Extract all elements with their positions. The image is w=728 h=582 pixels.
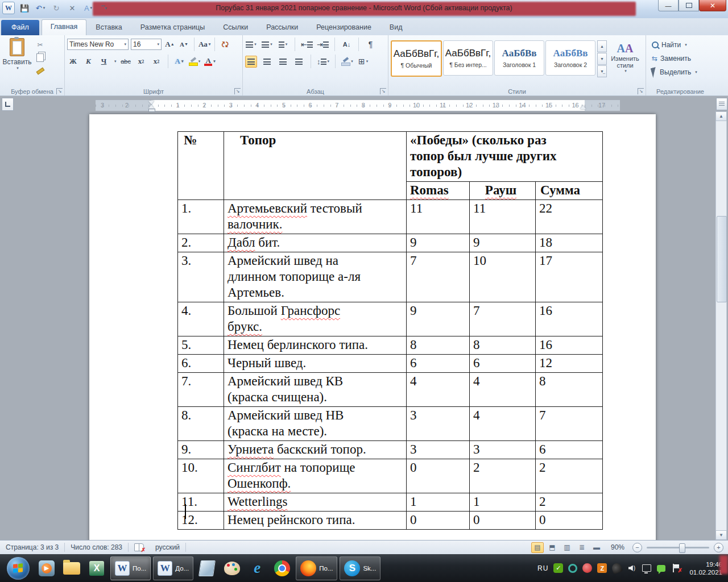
styles-scroll-up-icon[interactable]: ▲: [597, 40, 607, 52]
start-button[interactable]: [7, 557, 30, 580]
highlight-color-button[interactable]: ▾: [189, 56, 201, 68]
paragraph-dialog-launcher[interactable]: ↘: [380, 88, 386, 94]
italic-button[interactable]: К: [82, 56, 94, 68]
styles-more-icon[interactable]: ▼̲: [597, 65, 607, 77]
find-button[interactable]: Найти▾: [652, 39, 712, 51]
align-left-button[interactable]: [245, 56, 257, 68]
styles-dialog-launcher[interactable]: ↘: [638, 88, 644, 94]
style-item-2[interactable]: АаБбВвГг,¶ Без интер...: [443, 40, 493, 76]
change-case-button[interactable]: Аа▾: [198, 39, 210, 51]
show-marks-button[interactable]: ¶: [365, 39, 377, 51]
scroll-down-icon[interactable]: ▼: [715, 530, 727, 540]
media-player-icon[interactable]: [35, 557, 58, 580]
close-button[interactable]: ✕: [699, 0, 726, 11]
first-line-indent-marker[interactable]: [148, 101, 154, 105]
action-center-flag-icon[interactable]: ✗: [671, 563, 681, 573]
undo-icon[interactable]: ↶▾: [34, 2, 47, 14]
zoom-slider[interactable]: [647, 547, 709, 548]
font-dialog-launcher[interactable]: ↘: [234, 88, 241, 94]
scrollbar-track[interactable]: [715, 111, 727, 540]
font-color-button[interactable]: А▾: [204, 56, 216, 68]
x-tool-icon[interactable]: ✕: [66, 2, 78, 14]
z-app-tray-icon[interactable]: Z: [597, 563, 607, 573]
decrease-indent-button[interactable]: ⇤: [301, 39, 313, 51]
shading-button[interactable]: ▾: [341, 56, 353, 68]
internet-explorer-icon[interactable]: e: [246, 557, 268, 580]
grow-font-button[interactable]: А▲: [164, 39, 176, 51]
tab-ссылки[interactable]: Ссылки: [214, 20, 257, 35]
network-icon[interactable]: [642, 563, 651, 573]
multilevel-list-button[interactable]: ▾: [277, 39, 289, 51]
tab-разметка-страницы[interactable]: Разметка страницы: [131, 20, 214, 35]
cut-icon[interactable]: ✂: [34, 39, 46, 51]
scrollbar-thumb[interactable]: [717, 216, 727, 302]
tab-file[interactable]: Файл: [1, 20, 39, 35]
justify-button[interactable]: [293, 56, 305, 68]
align-center-button[interactable]: [261, 56, 273, 68]
proofing-status[interactable]: [129, 541, 150, 554]
word-task-button-2[interactable]: W До...: [153, 556, 193, 580]
copy-icon[interactable]: [34, 52, 46, 64]
line-spacing-button[interactable]: ↕▾: [317, 56, 329, 68]
style-item-1[interactable]: АаБбВвГг,¶ Обычный: [391, 40, 442, 77]
zoom-out-button[interactable]: −: [632, 543, 642, 552]
borders-button[interactable]: ⊞▾: [357, 56, 369, 68]
tab-рецензирование[interactable]: Рецензирование: [307, 20, 380, 35]
shrink-font-button[interactable]: А▼: [178, 39, 190, 51]
qat-customize-icon[interactable]: ▔▾: [98, 2, 110, 14]
updater-tray-icon[interactable]: [568, 564, 577, 573]
bold-button[interactable]: Ж: [67, 56, 79, 68]
skype-task-button[interactable]: S Sk...: [340, 556, 380, 580]
format-painter-icon[interactable]: [34, 65, 46, 77]
volume-icon[interactable]: ): [627, 563, 636, 573]
word-task-button-1[interactable]: W По...: [110, 556, 151, 580]
explorer-icon[interactable]: [60, 557, 83, 580]
tab-вид[interactable]: Вид: [380, 20, 412, 35]
ruler-toggle-button[interactable]: [716, 98, 727, 110]
align-right-button[interactable]: [277, 56, 289, 68]
zoom-level[interactable]: 90%: [611, 543, 624, 551]
font-tool-icon[interactable]: A▾: [82, 2, 94, 14]
satellite-tray-icon[interactable]: [611, 562, 623, 575]
sidebar-gadget-icon[interactable]: [196, 557, 218, 580]
excel-icon[interactable]: X: [85, 557, 108, 580]
document-page[interactable]: № Топор «Победы» (сколько раз топор был …: [89, 114, 656, 540]
replace-button[interactable]: ⇆Заменить: [652, 53, 712, 64]
bullet-list-button[interactable]: ▾: [245, 39, 257, 51]
antivirus-tray-icon[interactable]: ✓: [553, 563, 563, 573]
outline-view-button[interactable]: ≣: [576, 542, 588, 553]
style-item-4[interactable]: АаБбВвЗаголовок 2: [545, 40, 595, 76]
fullscreen-view-button[interactable]: ⬒: [546, 542, 559, 553]
strikethrough-button[interactable]: abc: [120, 56, 132, 68]
subscript-button[interactable]: х2: [135, 56, 147, 68]
firefox-task-button[interactable]: По...: [296, 556, 337, 580]
save-icon[interactable]: 💾: [18, 2, 31, 14]
maximize-button[interactable]: [679, 0, 699, 11]
font-name-combobox[interactable]: Times New Ro▾: [67, 39, 129, 50]
horizontal-ruler[interactable]: 3211234567891011121314151617: [96, 100, 620, 111]
language-switcher[interactable]: RU: [537, 564, 548, 572]
left-indent-marker[interactable]: [148, 105, 155, 112]
right-indent-marker[interactable]: [580, 105, 586, 109]
style-item-3[interactable]: АаБбВвЗаголовок 1: [494, 40, 544, 76]
superscript-button[interactable]: х2: [151, 56, 163, 68]
tab-рассылки[interactable]: Рассылки: [257, 20, 307, 35]
language-indicator[interactable]: русский: [150, 541, 185, 554]
word-app-icon[interactable]: W: [2, 2, 15, 14]
underline-button[interactable]: Ч: [98, 56, 110, 68]
change-styles-button[interactable]: АА Изменить стили ▾: [609, 43, 641, 73]
tab-вставка[interactable]: Вставка: [86, 20, 131, 35]
red-app-tray-icon[interactable]: [582, 563, 592, 573]
clear-formatting-icon[interactable]: 🗘: [219, 39, 231, 51]
paste-button[interactable]: Вставить ▾: [2, 38, 32, 77]
increase-indent-button[interactable]: ⇥: [317, 39, 329, 51]
redo-icon[interactable]: ↻: [50, 2, 63, 14]
numbered-list-button[interactable]: ▾: [261, 39, 273, 51]
messenger-tray-icon[interactable]: [656, 563, 666, 573]
scroll-up-icon[interactable]: ▲: [715, 111, 727, 121]
font-size-combobox[interactable]: 16▾: [131, 39, 162, 50]
tab-selector-button[interactable]: [2, 98, 14, 111]
paint-icon[interactable]: [221, 557, 243, 580]
sort-button[interactable]: А↓: [341, 39, 353, 51]
zoom-slider-thumb[interactable]: [679, 543, 685, 553]
